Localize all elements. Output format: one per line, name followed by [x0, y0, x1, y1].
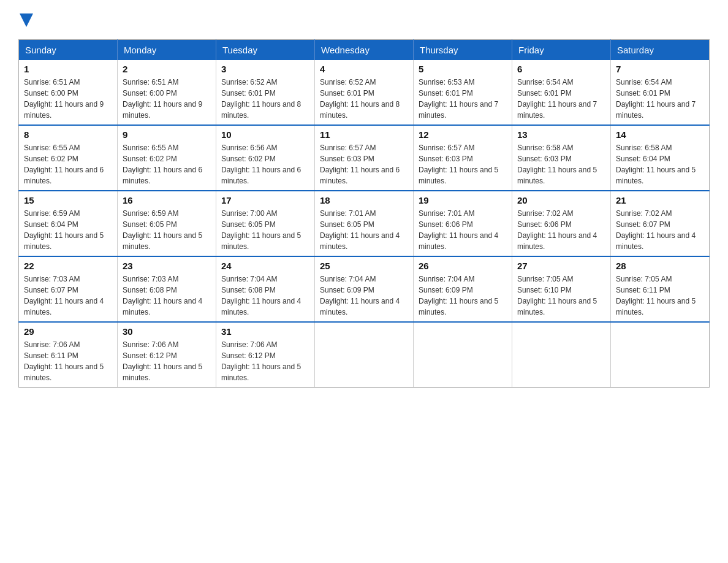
day-info: Sunrise: 7:01 AM Sunset: 6:06 PM Dayligh… [419, 208, 507, 252]
day-info: Sunrise: 6:54 AM Sunset: 6:01 PM Dayligh… [616, 77, 704, 121]
weekday-header-tuesday: Tuesday [216, 40, 315, 61]
day-info: Sunrise: 6:57 AM Sunset: 6:03 PM Dayligh… [419, 142, 507, 186]
calendar-cell: 2 Sunrise: 6:51 AM Sunset: 6:00 PM Dayli… [118, 60, 216, 125]
day-number: 31 [221, 326, 309, 337]
day-number: 2 [123, 64, 211, 74]
day-number: 20 [517, 195, 605, 205]
weekday-header-saturday: Saturday [611, 40, 710, 61]
day-number: 25 [320, 261, 408, 271]
calendar-cell: 3 Sunrise: 6:52 AM Sunset: 6:01 PM Dayli… [216, 60, 315, 125]
day-info: Sunrise: 6:53 AM Sunset: 6:01 PM Dayligh… [419, 77, 507, 121]
calendar-cell: 1 Sunrise: 6:51 AM Sunset: 6:00 PM Dayli… [19, 60, 118, 125]
day-info: Sunrise: 7:03 AM Sunset: 6:07 PM Dayligh… [24, 274, 112, 318]
calendar-cell [611, 322, 710, 388]
calendar-cell: 21 Sunrise: 7:02 AM Sunset: 6:07 PM Dayl… [611, 191, 710, 256]
calendar-cell: 28 Sunrise: 7:05 AM Sunset: 6:11 PM Dayl… [611, 256, 710, 322]
day-info: Sunrise: 6:58 AM Sunset: 6:04 PM Dayligh… [616, 142, 704, 186]
calendar-cell: 24 Sunrise: 7:04 AM Sunset: 6:08 PM Dayl… [216, 256, 315, 322]
day-info: Sunrise: 6:54 AM Sunset: 6:01 PM Dayligh… [517, 77, 605, 121]
logo-triangle-icon [20, 13, 33, 27]
day-number: 13 [517, 129, 605, 140]
day-number: 21 [616, 195, 704, 205]
day-info: Sunrise: 6:59 AM Sunset: 6:04 PM Dayligh… [24, 208, 112, 252]
day-info: Sunrise: 6:59 AM Sunset: 6:05 PM Dayligh… [123, 208, 211, 252]
day-number: 10 [221, 129, 309, 140]
day-info: Sunrise: 6:56 AM Sunset: 6:02 PM Dayligh… [221, 142, 309, 186]
calendar-cell: 5 Sunrise: 6:53 AM Sunset: 6:01 PM Dayli… [414, 60, 512, 125]
page-header [18, 12, 710, 27]
calendar-cell: 20 Sunrise: 7:02 AM Sunset: 6:06 PM Dayl… [512, 191, 611, 256]
day-info: Sunrise: 7:01 AM Sunset: 6:05 PM Dayligh… [320, 208, 408, 252]
day-number: 30 [123, 326, 211, 337]
day-info: Sunrise: 7:04 AM Sunset: 6:08 PM Dayligh… [221, 274, 309, 318]
day-number: 28 [616, 261, 704, 271]
calendar-cell: 26 Sunrise: 7:04 AM Sunset: 6:09 PM Dayl… [414, 256, 512, 322]
day-number: 8 [24, 129, 112, 140]
weekday-header-wednesday: Wednesday [315, 40, 414, 61]
day-number: 12 [419, 129, 507, 140]
day-number: 14 [616, 129, 704, 140]
day-info: Sunrise: 6:57 AM Sunset: 6:03 PM Dayligh… [320, 142, 408, 186]
calendar-table: SundayMondayTuesdayWednesdayThursdayFrid… [18, 39, 710, 388]
calendar-cell: 4 Sunrise: 6:52 AM Sunset: 6:01 PM Dayli… [315, 60, 414, 125]
day-info: Sunrise: 6:58 AM Sunset: 6:03 PM Dayligh… [517, 142, 605, 186]
calendar-cell: 30 Sunrise: 7:06 AM Sunset: 6:12 PM Dayl… [118, 322, 216, 388]
calendar-cell: 27 Sunrise: 7:05 AM Sunset: 6:10 PM Dayl… [512, 256, 611, 322]
day-info: Sunrise: 6:51 AM Sunset: 6:00 PM Dayligh… [24, 77, 112, 121]
day-info: Sunrise: 7:00 AM Sunset: 6:05 PM Dayligh… [221, 208, 309, 252]
calendar-week-row: 1 Sunrise: 6:51 AM Sunset: 6:00 PM Dayli… [19, 60, 710, 125]
day-info: Sunrise: 6:55 AM Sunset: 6:02 PM Dayligh… [123, 142, 211, 186]
calendar-cell [315, 322, 414, 388]
calendar-week-row: 15 Sunrise: 6:59 AM Sunset: 6:04 PM Dayl… [19, 191, 710, 256]
calendar-cell: 6 Sunrise: 6:54 AM Sunset: 6:01 PM Dayli… [512, 60, 611, 125]
day-number: 15 [24, 195, 112, 205]
day-number: 24 [221, 261, 309, 271]
calendar-week-row: 8 Sunrise: 6:55 AM Sunset: 6:02 PM Dayli… [19, 125, 710, 191]
day-info: Sunrise: 7:02 AM Sunset: 6:07 PM Dayligh… [616, 208, 704, 252]
day-number: 26 [419, 261, 507, 271]
calendar-cell [414, 322, 512, 388]
calendar-week-row: 29 Sunrise: 7:06 AM Sunset: 6:11 PM Dayl… [19, 322, 710, 388]
logo [18, 12, 33, 27]
calendar-cell: 31 Sunrise: 7:06 AM Sunset: 6:12 PM Dayl… [216, 322, 315, 388]
calendar-cell: 9 Sunrise: 6:55 AM Sunset: 6:02 PM Dayli… [118, 125, 216, 191]
day-number: 22 [24, 261, 112, 271]
weekday-header-friday: Friday [512, 40, 611, 61]
weekday-header-thursday: Thursday [414, 40, 512, 61]
calendar-cell: 16 Sunrise: 6:59 AM Sunset: 6:05 PM Dayl… [118, 191, 216, 256]
day-number: 23 [123, 261, 211, 271]
calendar-cell: 18 Sunrise: 7:01 AM Sunset: 6:05 PM Dayl… [315, 191, 414, 256]
calendar-week-row: 22 Sunrise: 7:03 AM Sunset: 6:07 PM Dayl… [19, 256, 710, 322]
calendar-cell [512, 322, 611, 388]
day-info: Sunrise: 7:05 AM Sunset: 6:10 PM Dayligh… [517, 274, 605, 318]
calendar-cell: 14 Sunrise: 6:58 AM Sunset: 6:04 PM Dayl… [611, 125, 710, 191]
day-number: 29 [24, 326, 112, 337]
weekday-header-monday: Monday [118, 40, 216, 61]
calendar-cell: 22 Sunrise: 7:03 AM Sunset: 6:07 PM Dayl… [19, 256, 118, 322]
svg-marker-0 [20, 13, 33, 27]
calendar-cell: 10 Sunrise: 6:56 AM Sunset: 6:02 PM Dayl… [216, 125, 315, 191]
day-info: Sunrise: 7:04 AM Sunset: 6:09 PM Dayligh… [419, 274, 507, 318]
day-info: Sunrise: 6:52 AM Sunset: 6:01 PM Dayligh… [221, 77, 309, 121]
day-number: 19 [419, 195, 507, 205]
day-info: Sunrise: 7:06 AM Sunset: 6:12 PM Dayligh… [221, 339, 309, 383]
day-number: 7 [616, 64, 704, 74]
day-number: 6 [517, 64, 605, 74]
day-info: Sunrise: 7:06 AM Sunset: 6:12 PM Dayligh… [123, 339, 211, 383]
weekday-header-row: SundayMondayTuesdayWednesdayThursdayFrid… [19, 40, 710, 61]
day-number: 9 [123, 129, 211, 140]
day-info: Sunrise: 7:02 AM Sunset: 6:06 PM Dayligh… [517, 208, 605, 252]
calendar-cell: 15 Sunrise: 6:59 AM Sunset: 6:04 PM Dayl… [19, 191, 118, 256]
day-number: 4 [320, 64, 408, 74]
day-info: Sunrise: 6:52 AM Sunset: 6:01 PM Dayligh… [320, 77, 408, 121]
calendar-cell: 17 Sunrise: 7:00 AM Sunset: 6:05 PM Dayl… [216, 191, 315, 256]
day-number: 1 [24, 64, 112, 74]
day-number: 16 [123, 195, 211, 205]
day-number: 18 [320, 195, 408, 205]
calendar-cell: 13 Sunrise: 6:58 AM Sunset: 6:03 PM Dayl… [512, 125, 611, 191]
day-number: 5 [419, 64, 507, 74]
calendar-cell: 29 Sunrise: 7:06 AM Sunset: 6:11 PM Dayl… [19, 322, 118, 388]
calendar-cell: 25 Sunrise: 7:04 AM Sunset: 6:09 PM Dayl… [315, 256, 414, 322]
day-number: 3 [221, 64, 309, 74]
calendar-cell: 11 Sunrise: 6:57 AM Sunset: 6:03 PM Dayl… [315, 125, 414, 191]
